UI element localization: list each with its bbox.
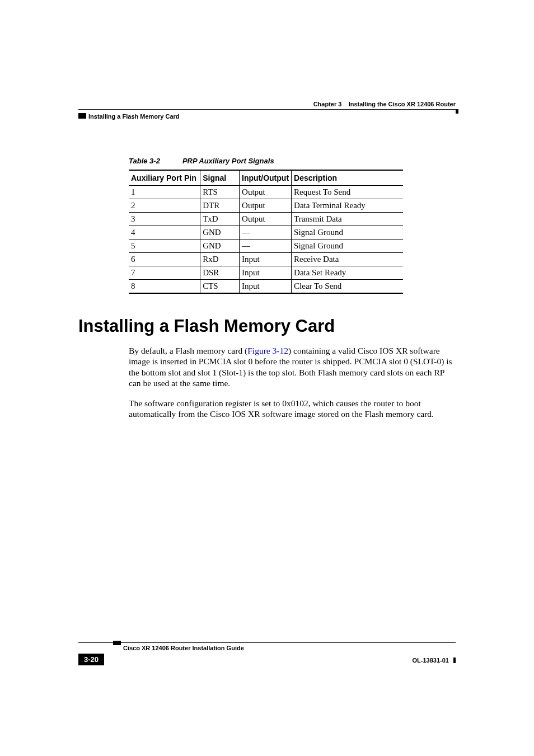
col-header-signal: Signal xyxy=(200,170,240,186)
section-heading: Installing a Flash Memory Card xyxy=(78,316,456,336)
table-row: 8 CTS Input Clear To Send xyxy=(129,280,403,294)
cell-desc: Transmit Data xyxy=(292,213,403,226)
signals-table: Auxiliary Port Pin Signal Input/Output D… xyxy=(129,170,403,294)
table-number: Table 3-2 xyxy=(129,157,160,165)
cell-signal: DSR xyxy=(200,266,240,280)
cell-signal: CTS xyxy=(200,280,240,294)
cell-desc: Clear To Send xyxy=(292,280,403,294)
col-header-io: Input/Output xyxy=(240,170,292,186)
cell-signal: RTS xyxy=(200,186,240,199)
cell-signal: GND xyxy=(200,226,240,240)
table-row: 1 RTS Output Request To Send xyxy=(129,186,403,199)
cell-io: Input xyxy=(240,266,292,280)
paragraph-2: The software configuration register is s… xyxy=(129,398,456,420)
table-row: 3 TxD Output Transmit Data xyxy=(129,213,403,226)
cell-desc: Request To Send xyxy=(292,186,403,199)
cell-signal: DTR xyxy=(200,199,240,213)
table-caption: Table 3-2PRP Auxiliary Port Signals xyxy=(129,157,456,165)
cell-pin: 4 xyxy=(129,226,200,240)
cell-pin: 5 xyxy=(129,240,200,253)
header-marker-left xyxy=(78,113,86,119)
table-title: PRP Auxiliary Port Signals xyxy=(182,157,274,165)
cell-io: Output xyxy=(240,213,292,226)
cell-desc: Data Set Ready xyxy=(292,266,403,280)
running-section-name: Installing a Flash Memory Card xyxy=(88,113,180,120)
cell-pin: 6 xyxy=(129,253,200,266)
p1-part1: By default, a Flash memory card ( xyxy=(129,346,247,355)
cell-io: — xyxy=(240,226,292,240)
cell-signal: RxD xyxy=(200,253,240,266)
doc-id-marker xyxy=(453,658,456,663)
cell-pin: 7 xyxy=(129,266,200,280)
footer-rule xyxy=(78,642,456,643)
table-row: 6 RxD Input Receive Data xyxy=(129,253,403,266)
table-row: 7 DSR Input Data Set Ready xyxy=(129,266,403,280)
footer-marker xyxy=(113,641,121,645)
document-id: OL-13831-01 xyxy=(413,657,449,664)
figure-link[interactable]: Figure 3-12 xyxy=(247,346,288,355)
cell-io: Output xyxy=(240,199,292,213)
table-row: 5 GND — Signal Ground xyxy=(129,240,403,253)
cell-io: — xyxy=(240,240,292,253)
cell-pin: 8 xyxy=(129,280,200,294)
cell-desc: Data Terminal Ready xyxy=(292,199,403,213)
header-rule xyxy=(78,109,456,110)
chapter-title-text: Installing the Cisco XR 12406 Router xyxy=(349,101,456,107)
paragraph-1: By default, a Flash memory card (Figure … xyxy=(129,345,456,389)
header-marker-right xyxy=(456,109,458,114)
cell-io: Output xyxy=(240,186,292,199)
table-row: 4 GND — Signal Ground xyxy=(129,226,403,240)
table-row: 2 DTR Output Data Terminal Ready xyxy=(129,199,403,213)
cell-pin: 1 xyxy=(129,186,200,199)
cell-signal: TxD xyxy=(200,213,240,226)
guide-title: Cisco XR 12406 Router Installation Guide xyxy=(123,645,456,651)
cell-io: Input xyxy=(240,253,292,266)
page-footer: Cisco XR 12406 Router Installation Guide… xyxy=(78,642,456,665)
cell-io: Input xyxy=(240,280,292,294)
chapter-header: Chapter 3 Installing the Cisco XR 12406 … xyxy=(313,101,456,107)
cell-desc: Receive Data xyxy=(292,253,403,266)
cell-pin: 2 xyxy=(129,199,200,213)
cell-desc: Signal Ground xyxy=(292,240,403,253)
col-header-desc: Description xyxy=(292,170,403,186)
page-number: 3-20 xyxy=(78,654,104,665)
cell-desc: Signal Ground xyxy=(292,226,403,240)
cell-signal: GND xyxy=(200,240,240,253)
col-header-pin: Auxiliary Port Pin xyxy=(129,170,200,186)
cell-pin: 3 xyxy=(129,213,200,226)
chapter-label: Chapter 3 xyxy=(313,101,342,107)
